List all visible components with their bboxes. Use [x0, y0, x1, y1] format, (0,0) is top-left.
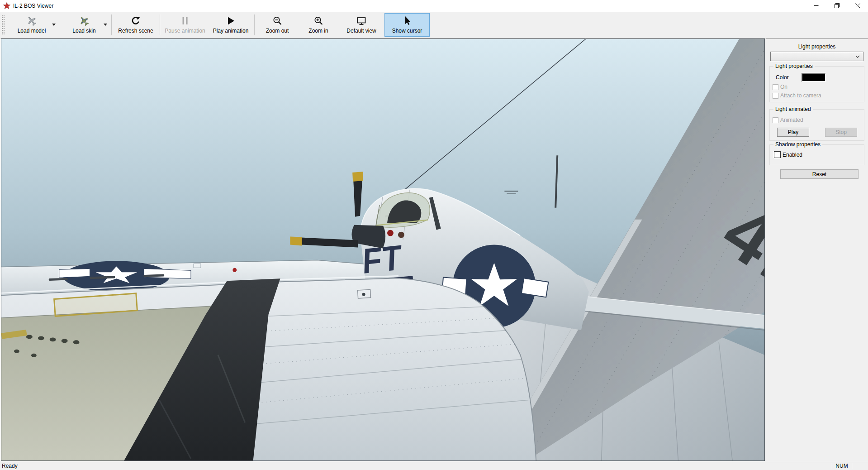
zoom-in-icon — [313, 15, 324, 27]
attach-to-camera-checkbox-row: Attach to camera — [773, 92, 821, 99]
viewport-3d[interactable]: 4P — [1, 38, 765, 461]
restore-icon — [835, 3, 840, 8]
enabled-checkbox-row: Enabled — [774, 151, 802, 158]
light-properties-group-label: Light properties — [773, 63, 815, 69]
refresh-icon — [130, 15, 141, 27]
refresh-scene-button[interactable]: Refresh scene — [113, 13, 158, 37]
zoom-in-button[interactable]: Zoom in — [299, 13, 338, 37]
il2-bos-viewer-window: IL-2 BOS Viewer — [0, 0, 868, 470]
close-button[interactable] — [847, 0, 868, 11]
load-model-dropdown-arrow[interactable] — [52, 24, 56, 26]
load-model-button[interactable]: Load model — [5, 13, 58, 37]
light-color-swatch[interactable] — [802, 73, 826, 82]
num-lock-indicator: NUM — [832, 463, 851, 469]
load-skin-dropdown-arrow[interactable] — [104, 24, 107, 26]
aircraft-scene: 4P — [1, 39, 764, 460]
light-animated-group: Light animated Animated Play Stop — [769, 109, 864, 141]
airplane-skin-icon — [78, 15, 90, 27]
load-skin-button[interactable]: Load skin — [58, 13, 110, 37]
light-animated-group-label: Light animated — [773, 106, 813, 112]
on-checkbox[interactable] — [773, 84, 778, 90]
shadow-enabled-label: Enabled — [783, 152, 802, 158]
light-properties-group: Light properties Color On Attach to came… — [769, 66, 864, 102]
red-star-icon — [3, 2, 10, 10]
zoom-in-label: Zoom in — [308, 28, 328, 34]
light-selector-dropdown[interactable] — [770, 52, 863, 61]
main-toolbar: Load model Load skin Refresh scene — [0, 12, 868, 38]
animated-checkbox[interactable] — [773, 117, 778, 123]
load-model-label: Load model — [18, 28, 46, 34]
window-title: IL-2 BOS Viewer — [13, 3, 53, 9]
play-animation-label: Play animation — [213, 28, 249, 34]
play-icon — [225, 15, 236, 27]
animated-checkbox-row: Animated — [773, 117, 803, 123]
pause-icon — [180, 15, 190, 27]
airplane-model-icon — [26, 15, 38, 27]
propeller-tip-yellow — [352, 172, 363, 182]
toolbar-separator — [160, 14, 160, 35]
play-button[interactable]: Play — [777, 128, 809, 137]
color-label: Color — [776, 74, 802, 81]
toolbar-grip[interactable] — [1, 14, 5, 35]
toolbar-separator — [111, 14, 112, 35]
attach-to-camera-checkbox[interactable] — [773, 93, 778, 99]
statusbar-divider — [852, 463, 852, 469]
zoom-out-label: Zoom out — [266, 28, 289, 34]
titlebar: IL-2 BOS Viewer — [0, 0, 868, 12]
light-properties-panel: Light properties Light properties Color … — [766, 38, 868, 461]
statusbar: Ready NUM — [0, 462, 868, 470]
show-cursor-button[interactable]: Show cursor — [384, 13, 430, 37]
on-checkbox-label: On — [780, 84, 787, 90]
close-icon — [855, 3, 860, 8]
chevron-down-icon — [855, 55, 860, 58]
zoom-out-button[interactable]: Zoom out — [256, 13, 299, 37]
minimize-button[interactable] — [806, 0, 826, 11]
default-view-button[interactable]: Default view — [338, 13, 384, 37]
toolbar-separator — [254, 14, 255, 35]
panel-title: Light properties — [766, 43, 868, 50]
load-skin-label: Load skin — [72, 28, 95, 34]
pause-animation-button[interactable]: Pause animation — [161, 13, 209, 37]
monitor-icon — [356, 15, 367, 27]
stop-button[interactable]: Stop — [825, 128, 857, 137]
restore-button[interactable] — [826, 0, 847, 11]
attach-to-camera-label: Attach to camera — [780, 92, 821, 99]
default-view-label: Default view — [346, 28, 376, 34]
animated-checkbox-label: Animated — [780, 117, 803, 123]
shadow-properties-group-label: Shadow properties — [773, 141, 822, 148]
refresh-scene-label: Refresh scene — [118, 28, 153, 34]
shadow-properties-group: Shadow properties Enabled — [769, 144, 864, 165]
show-cursor-label: Show cursor — [392, 28, 422, 34]
cursor-icon — [402, 15, 413, 27]
reset-button[interactable]: Reset — [780, 169, 859, 179]
shadow-enabled-checkbox[interactable] — [774, 151, 781, 158]
play-animation-button[interactable]: Play animation — [209, 13, 253, 37]
status-text: Ready — [2, 463, 18, 469]
minimize-icon — [814, 3, 819, 8]
zoom-out-icon — [272, 15, 283, 27]
propeller-tip-yellow-2 — [290, 237, 302, 246]
on-checkbox-row: On — [773, 84, 787, 90]
pause-animation-label: Pause animation — [165, 28, 205, 34]
